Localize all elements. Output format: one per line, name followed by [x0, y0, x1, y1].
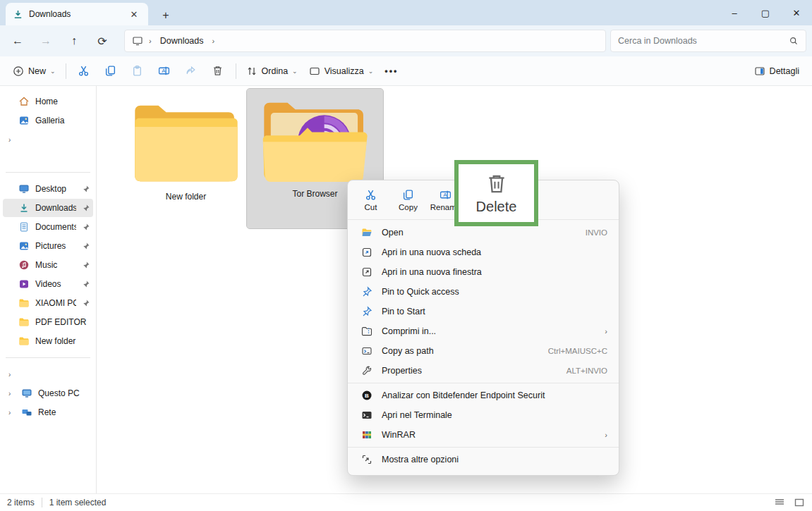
folder-icon — [18, 335, 30, 347]
sidebar-item-videos[interactable]: Videos — [3, 275, 93, 293]
gallery-icon — [18, 115, 30, 126]
search-box[interactable]: Cerca in Downloads — [610, 30, 806, 52]
sidebar-expand-chevron[interactable]: › — [3, 130, 93, 149]
menu-item-apri-nel-terminale[interactable]: Apri nel Terminale — [351, 405, 616, 425]
tab-title: Downloads — [29, 9, 121, 19]
delete-button[interactable] — [205, 60, 231, 82]
sidebar-item-label: Galleria — [35, 116, 90, 125]
sidebar-item-questo-pc[interactable]: ›Questo PC — [3, 384, 93, 402]
delete-annotation-label: Delete — [476, 199, 517, 215]
menu-item-apri-in-una-nuova-finestra[interactable]: Apri in una nuova finestra — [351, 262, 616, 282]
sidebar-item-pdf-editor[interactable]: PDF EDITOR — [3, 313, 93, 331]
pc-icon — [21, 388, 32, 399]
menu-item-label: Open — [382, 228, 577, 238]
menu-item-comprimi-in[interactable]: Comprimi in...› — [351, 321, 616, 341]
cut-quick-action[interactable]: Cut — [352, 183, 389, 218]
list-view-toggle-icon[interactable] — [774, 497, 785, 508]
sidebar-item-label: Documents — [35, 222, 76, 232]
submenu-chevron-icon: › — [605, 431, 607, 439]
view-icon — [309, 66, 320, 77]
icons-view-toggle-icon[interactable] — [794, 497, 805, 508]
sidebar-item-xiaomi-poco-f[interactable]: XIAOMI POCO F — [3, 294, 93, 312]
svg-text:B: B — [365, 393, 369, 399]
sidebar-item-desktop[interactable]: Desktop — [3, 180, 93, 198]
zip-icon — [360, 326, 373, 337]
sidebar-item-documents[interactable]: Documents — [3, 218, 93, 236]
cut-icon — [365, 189, 377, 201]
copy-path-icon — [360, 345, 373, 357]
explorer-tab-downloads[interactable]: Downloads ✕ — [6, 3, 148, 25]
sidebar-item-galleria[interactable]: Galleria — [3, 111, 93, 130]
chevron-right-icon[interactable]: › — [8, 390, 16, 398]
chevron-down-icon: ⌄ — [292, 68, 298, 75]
view-button[interactable]: Visualizza ⌄ — [303, 60, 380, 82]
copy-quick-action[interactable]: Copy — [389, 183, 427, 218]
new-tab-button[interactable]: + — [155, 6, 176, 25]
plus-circle-icon — [13, 66, 24, 77]
close-button[interactable]: ✕ — [781, 0, 812, 25]
share-icon — [185, 65, 197, 77]
minimize-button[interactable]: – — [719, 0, 750, 25]
menu-item-copy-as-path[interactable]: Copy as pathCtrl+MAIUSC+C — [351, 341, 616, 361]
tab-close-icon[interactable]: ✕ — [127, 7, 141, 21]
refresh-button[interactable]: ⟳ — [90, 30, 114, 52]
back-button[interactable]: ← — [6, 30, 30, 52]
new-button[interactable]: New ⌄ — [7, 60, 61, 82]
maximize-button[interactable]: ▢ — [750, 0, 781, 25]
up-button[interactable]: ↑ — [62, 30, 86, 52]
menu-item-label: Apri nel Terminale — [382, 410, 607, 420]
more-commands-button[interactable]: ••• — [379, 60, 404, 82]
details-button-label: Dettagli — [770, 66, 799, 76]
sidebar-item-music[interactable]: Music — [3, 256, 93, 274]
menu-item-analizar-con-bitdefender-endpoint-securit[interactable]: BAnalizar con Bitdefender Endpoint Secur… — [351, 386, 616, 405]
pin-blue-icon — [360, 286, 373, 297]
network-icon — [21, 407, 32, 418]
sidebar-item-rete[interactable]: ›Rete — [3, 403, 93, 421]
command-toolbar: New ⌄ A Ordina ⌄ Visualizza ⌄ ••• Dettag… — [0, 56, 812, 86]
chevron-right-icon[interactable]: › — [8, 409, 16, 417]
menu-item-label: Analizar con Bitdefender Endpoint Securi… — [382, 390, 607, 400]
breadcrumb-downloads[interactable]: Downloads — [157, 35, 207, 47]
document-icon — [18, 221, 30, 233]
menu-item-properties[interactable]: PropertiesALT+INVIO — [351, 361, 616, 381]
menu-item-pin-to-quick-access[interactable]: Pin to Quick access — [351, 282, 616, 302]
cut-button[interactable] — [71, 60, 97, 82]
menu-item-apri-in-una-nuova-scheda[interactable]: Apri in una nuova scheda — [351, 242, 616, 262]
delete-highlight-annotation[interactable]: Delete — [454, 160, 538, 226]
rename-button[interactable]: A — [151, 60, 178, 82]
sidebar-item-label: Downloads — [35, 203, 76, 213]
menu-divider — [348, 447, 619, 448]
sidebar-item-pictures[interactable]: Pictures — [3, 237, 93, 255]
menu-item-mostra-altre-opzioni[interactable]: Mostra altre opzioni — [351, 450, 616, 469]
new-window-icon — [360, 266, 373, 278]
details-pane-button[interactable]: Dettagli — [749, 60, 805, 82]
menu-item-label: Pin to Start — [382, 307, 607, 316]
sidebar-item-downloads[interactable]: Downloads — [3, 199, 93, 217]
menu-item-label: WinRAR — [382, 430, 596, 440]
sidebar-expand-chevron[interactable]: › — [3, 365, 93, 383]
forward-button[interactable]: → — [34, 30, 58, 52]
sort-icon — [246, 66, 257, 77]
paste-button[interactable] — [124, 60, 151, 82]
sort-button[interactable]: Ordina ⌄ — [241, 60, 303, 82]
sidebar-item-label: Home — [35, 97, 90, 106]
sidebar-item-home[interactable]: Home — [3, 92, 93, 111]
menu-item-pin-to-start[interactable]: Pin to Start — [351, 302, 616, 321]
folder-plain-icon — [131, 97, 242, 187]
menu-item-shortcut: ALT+INVIO — [566, 367, 607, 375]
selected-count: 1 item selected — [49, 498, 107, 507]
pin-icon — [82, 185, 90, 193]
more-options-icon — [360, 454, 373, 465]
rename-icon: A — [440, 189, 452, 201]
pin-icon — [82, 299, 90, 307]
sidebar-item-label: New folder — [35, 336, 90, 346]
copy-icon — [402, 189, 414, 201]
file-tile-new-folder[interactable]: New folder — [118, 92, 254, 231]
paste-icon — [131, 65, 143, 77]
copy-button[interactable] — [97, 60, 124, 82]
title-bar: Downloads ✕ + – ▢ ✕ — [0, 0, 812, 25]
address-bar[interactable]: › Downloads › — [124, 30, 606, 52]
sidebar-item-new-folder[interactable]: New folder — [3, 332, 93, 350]
share-button[interactable] — [178, 60, 205, 82]
menu-item-winrar[interactable]: WinRAR› — [351, 425, 616, 445]
